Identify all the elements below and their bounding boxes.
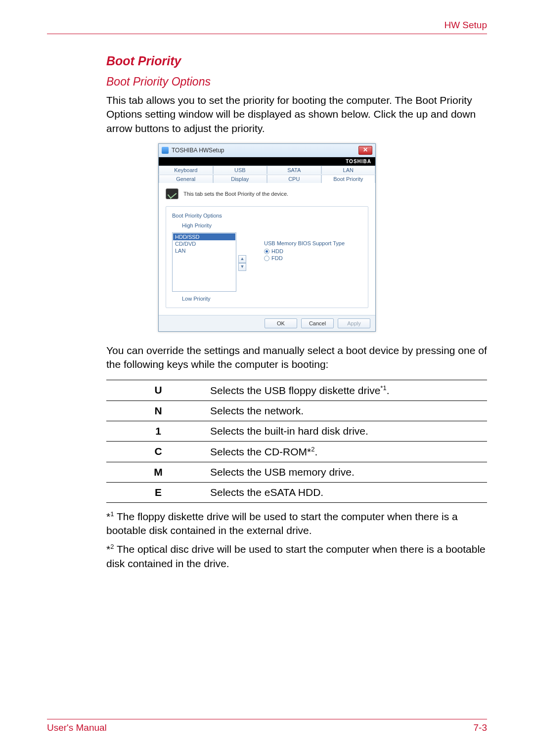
usb-support-group: USB Memory BIOS Support Type HDD FDD (264, 240, 345, 302)
priority-up-button[interactable]: ▲ (238, 255, 246, 263)
key-description: Selects the built-in hard disk drive. (210, 425, 487, 437)
table-row: MSelects the USB memory drive. (106, 462, 487, 482)
list-item[interactable]: CD/DVD (173, 240, 235, 247)
priority-down-button[interactable]: ▼ (238, 263, 246, 271)
footer-rule (47, 719, 487, 719)
ok-button[interactable]: OK (265, 318, 297, 328)
heading-boot-priority-options: Boot Priority Options (106, 75, 487, 89)
tab-caption-text: This tab sets the Boot Priority of the d… (183, 191, 288, 197)
radio-hdd-label: HDD (271, 248, 283, 254)
radio-hdd[interactable] (264, 249, 269, 254)
key-cell: 1 (106, 425, 210, 437)
tab-general[interactable]: General (159, 175, 213, 183)
table-row: CSelects the CD-ROM*2. (106, 441, 487, 462)
tab-usb[interactable]: USB (213, 166, 267, 174)
key-description: Selects the network. (210, 405, 487, 417)
intro-paragraph: This tab allows you to set the priority … (106, 93, 487, 135)
high-priority-label: High Priority (182, 222, 212, 228)
dialog-button-row: OK Cancel Apply (159, 315, 375, 331)
tab-sata[interactable]: SATA (267, 166, 321, 174)
dialog-title: TOSHIBA HWSetup (172, 147, 224, 154)
brand-bar: TOSHIBA (159, 157, 375, 166)
apply-button[interactable]: Apply (338, 318, 370, 328)
radio-fdd-label: FDD (271, 255, 283, 261)
tab-display[interactable]: Display (213, 175, 267, 183)
tab-cpu[interactable]: CPU (267, 175, 321, 183)
close-button[interactable]: ✕ (358, 146, 372, 155)
group-title: Boot Priority Options (172, 213, 362, 219)
key-description: Selects the USB memory drive. (210, 466, 487, 478)
footnote-2: *2 The optical disc drive will be used t… (106, 542, 487, 571)
key-description: Selects the eSATA HDD. (210, 487, 487, 498)
table-row: 1Selects the built-in hard disk drive. (106, 421, 487, 441)
key-cell: C (106, 445, 210, 458)
tab-boot-priority[interactable]: Boot Priority (321, 175, 376, 183)
list-item[interactable]: LAN (173, 247, 235, 254)
table-row: NSelects the network. (106, 400, 487, 421)
override-paragraph: You can override the settings and manual… (106, 344, 487, 372)
key-cell: E (106, 487, 210, 498)
dialog-app-icon (162, 147, 169, 154)
radio-fdd[interactable] (264, 256, 269, 261)
list-item[interactable]: HDD/SSD (173, 233, 235, 240)
tab-row-2: General Display CPU Boot Priority (159, 175, 375, 183)
usb-support-title: USB Memory BIOS Support Type (264, 240, 345, 246)
tab-row-1: Keyboard USB SATA LAN (159, 166, 375, 175)
key-description: Selects the CD-ROM*2. (210, 445, 487, 458)
header-rule (47, 34, 487, 34)
cancel-button[interactable]: Cancel (301, 318, 334, 328)
header-section-label: HW Setup (47, 20, 487, 34)
heading-boot-priority: Boot Priority (106, 54, 487, 68)
key-cell: U (106, 384, 210, 397)
hwsetup-dialog: TOSHIBA HWSetup ✕ TOSHIBA Keyboard USB S… (158, 143, 376, 332)
dialog-body: This tab sets the Boot Priority of the d… (159, 183, 375, 315)
footer-page-number: 7-3 (474, 722, 487, 733)
tab-keyboard[interactable]: Keyboard (159, 166, 213, 174)
boot-key-table: USelects the USB floppy diskette drive*1… (106, 380, 487, 503)
boot-priority-icon (166, 188, 178, 199)
dialog-titlebar: TOSHIBA HWSetup ✕ (159, 144, 375, 157)
boot-priority-groupbox: Boot Priority Options High Priority HDD/… (166, 206, 368, 308)
tab-caption: This tab sets the Boot Priority of the d… (166, 188, 368, 199)
key-description: Selects the USB floppy diskette drive*1. (210, 384, 487, 397)
table-row: USelects the USB floppy diskette drive*1… (106, 380, 487, 400)
priority-listbox[interactable]: HDD/SSD CD/DVD LAN (172, 232, 236, 292)
key-cell: M (106, 466, 210, 478)
table-row: ESelects the eSATA HDD. (106, 482, 487, 503)
footnote-1: *1 The floppy diskette drive will be use… (106, 510, 487, 538)
key-cell: N (106, 405, 210, 417)
footer-left: User's Manual (47, 722, 107, 733)
tab-lan[interactable]: LAN (321, 166, 376, 174)
low-priority-label: Low Priority (182, 296, 210, 302)
